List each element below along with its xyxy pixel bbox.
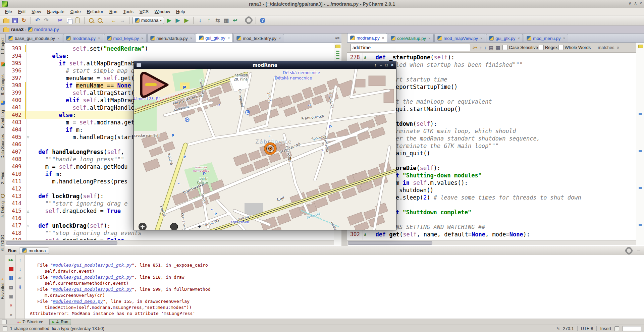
rollback-icon[interactable]: ↩ (231, 17, 239, 24)
fold-marker-icon[interactable]: △ (27, 207, 29, 215)
tab-mod-textentry-py[interactable]: mod_textEntry.py× (233, 34, 284, 42)
modrana-window[interactable]: modRana ↑–□× (133, 61, 396, 230)
close-tab-icon[interactable]: × (98, 36, 100, 40)
left-editor-hscrollbar[interactable] (5, 240, 334, 245)
search-option-whole-words[interactable]: Whole Words (558, 45, 591, 50)
pin-icon[interactable]: ▣ (8, 293, 14, 299)
tool-window-button-9-changes[interactable]: 9: Changes (0, 74, 5, 95)
override-marker-icon[interactable]: ∧ (364, 231, 366, 238)
modrana-window-control-icon[interactable]: □ (385, 63, 388, 67)
softwrap-icon[interactable]: ↵ (17, 275, 23, 281)
menu-edit[interactable]: Edit (15, 8, 29, 15)
project-structure-icon[interactable]: ▦ (223, 17, 230, 24)
right-editor-hscrollbar[interactable] (347, 240, 636, 245)
copy-icon[interactable] (65, 17, 72, 24)
hide-icon[interactable]: » (8, 311, 14, 317)
settings-icon[interactable] (245, 17, 253, 24)
menu-code[interactable]: Code (67, 8, 84, 15)
toolwindow-button-4-run[interactable]: ▶4: Run (49, 319, 71, 325)
lock-icon[interactable] (614, 326, 619, 331)
prev-occurrence-icon[interactable]: ↑ (480, 45, 482, 50)
memory-indicator[interactable] (623, 326, 641, 331)
close-tab-icon[interactable]: × (57, 36, 59, 40)
modrana-window-control-icon[interactable]: – (380, 63, 382, 67)
tab-gui-gtk-py[interactable]: gui_gtk.py× (486, 34, 523, 42)
tab-list-icon[interactable]: ▾≡ (335, 36, 339, 41)
stacktrace-link[interactable]: modules/mod_menu.py (53, 299, 103, 304)
highlight-occurrences-icon[interactable]: ▦ (496, 45, 500, 50)
compare-icon[interactable]: ⇆ (214, 17, 221, 24)
toolwindow-button-7-structure[interactable]: 7: Structure (15, 319, 46, 325)
close-tab-icon[interactable]: × (190, 36, 192, 40)
run-console[interactable]: File "modules/gui_modules/gui_gtk.py", l… (25, 255, 644, 319)
tab-gui-gtk-py[interactable]: gui_gtk.py× (196, 33, 233, 42)
open-icon[interactable] (3, 17, 10, 24)
paste-icon[interactable] (74, 17, 81, 24)
scroll-end-icon[interactable]: ⇓ (17, 284, 23, 290)
debug-icon[interactable]: ▶ (174, 17, 181, 24)
magnifier-icon[interactable]: ⌕▾ (473, 45, 477, 50)
menu-navigate[interactable]: Navigate (44, 8, 67, 15)
caret-position[interactable]: 270:1 (563, 326, 574, 331)
menu-vcs[interactable]: VCS (137, 8, 152, 15)
close-tab-icon[interactable]: × (480, 36, 482, 40)
override-marker-icon[interactable]: ∧ (364, 54, 366, 61)
column-mode-icon[interactable]: ⇆ (556, 326, 559, 331)
export-occurrences-icon[interactable]: ▤ (489, 45, 493, 50)
modrana-title-bar[interactable]: modRana ↑–□× (134, 61, 396, 69)
menu-tools[interactable]: Tools (120, 8, 137, 15)
menu-view[interactable]: View (29, 8, 44, 15)
tool-window-button-1-project[interactable]: 1: Project (0, 38, 5, 55)
hide-panel-icon[interactable]: ─ (635, 247, 641, 254)
back-icon[interactable]: ← (110, 17, 117, 24)
vcs-update-icon[interactable]: ↓ (197, 17, 204, 24)
tab-mod-mapview-py[interactable]: mod_mapView.py× (434, 34, 486, 42)
status-message[interactable]: 1 change committed: fix a typo (yesterda… (10, 326, 104, 331)
stacktrace-link[interactable]: modules/gui_modules/gui_gtk.py (53, 263, 132, 268)
close-icon[interactable]: × (8, 302, 14, 308)
tool-window-button-data-sources[interactable]: Data Sources (0, 134, 5, 159)
cut-icon[interactable]: ✂ (56, 17, 64, 24)
window-control-icon[interactable]: ∧ (634, 1, 637, 6)
close-tab-icon[interactable]: × (227, 36, 229, 40)
breadcrumb-item[interactable]: rana3 (3, 27, 23, 32)
tab-mieru-startup-py[interactable]: mieru/startup.py× (147, 34, 196, 42)
up-stack-icon[interactable]: ↑ (17, 257, 23, 263)
tool-window-button-5-debug[interactable]: 5: Debug (0, 201, 5, 218)
forward-icon[interactable]: → (119, 17, 126, 24)
pause-output-icon[interactable] (8, 275, 14, 281)
menu-refactor[interactable]: Refactor (84, 8, 106, 15)
close-tab-icon[interactable]: × (382, 36, 384, 40)
fold-marker-icon[interactable]: ▽ (27, 133, 29, 141)
modrana-window-control-icon[interactable]: × (391, 63, 393, 67)
search-option-regex[interactable]: Regex (539, 45, 558, 50)
close-tab-icon[interactable]: × (141, 36, 143, 40)
close-tab-icon[interactable]: × (428, 36, 430, 40)
vcs-commit-icon[interactable]: ↑ (205, 17, 213, 24)
stop-icon[interactable] (8, 266, 14, 272)
toolwindow-toggle-icon[interactable] (3, 326, 7, 331)
quick-access-icon[interactable] (2, 320, 7, 324)
menu-help[interactable]: Help (173, 8, 188, 15)
tool-window-button-event-log[interactable]: Event Log (0, 110, 5, 128)
menu-file[interactable]: File (2, 8, 15, 15)
search-input[interactable] (351, 44, 470, 51)
tab-mod-keys-py[interactable]: mod_keys.py× (104, 34, 147, 42)
right-error-stripe[interactable] (636, 43, 644, 245)
menu-window[interactable]: Window (152, 8, 173, 15)
run-coverage-icon[interactable]: ▶ (183, 17, 190, 24)
stacktrace-link[interactable]: modules/gui_modules/gui_gtk.py (53, 275, 132, 280)
tool-window-button-2-find[interactable]: 2: Find (0, 172, 5, 184)
settings-icon[interactable] (626, 247, 632, 254)
close-search-icon[interactable]: × (616, 45, 619, 50)
file-encoding[interactable]: UTF-8 (581, 326, 593, 331)
close-tab-icon[interactable]: × (563, 36, 565, 40)
run-icon[interactable]: ▶ (165, 17, 173, 24)
save-all-icon[interactable] (11, 17, 19, 24)
synchronize-icon[interactable]: ↻ (20, 17, 28, 24)
down-stack-icon[interactable]: ↓ (17, 266, 23, 272)
replace-icon[interactable] (96, 17, 104, 24)
tab-modrana-py[interactable]: modrana.py× (63, 34, 103, 42)
tool-window-button-6-todo[interactable]: 6: TODO (0, 235, 5, 251)
menu-run[interactable]: Run (106, 8, 120, 15)
